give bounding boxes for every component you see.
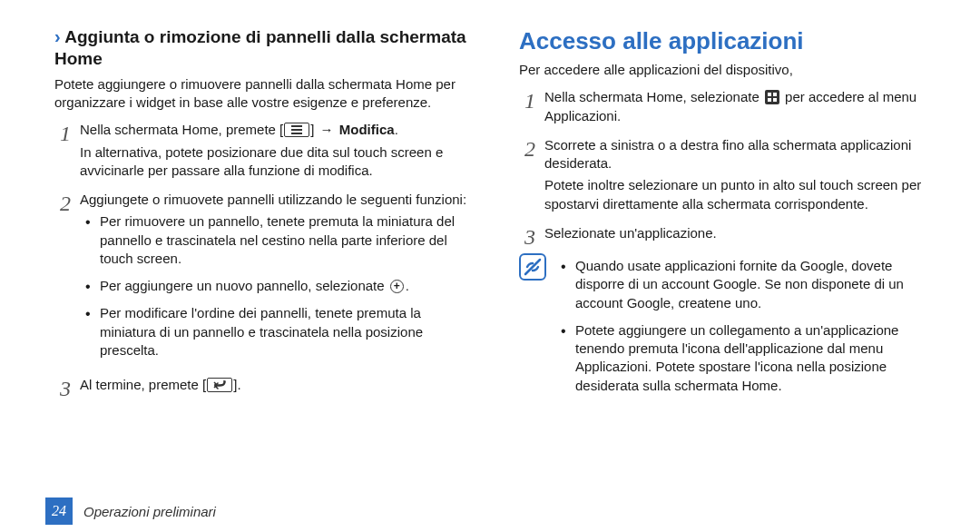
right-step2-text: Scorrete a sinistra o a destra fino alla… bbox=[544, 136, 936, 173]
page-footer: 24 Operazioni preliminari bbox=[0, 490, 980, 532]
text-fragment: ]. bbox=[233, 377, 240, 392]
step-body: Selezionate un'applicazione. bbox=[544, 224, 936, 246]
step-number: 2 bbox=[54, 192, 71, 214]
step-body: Aggiungete o rimuovete pannelli utilizza… bbox=[80, 191, 472, 369]
right-intro: Per accedere alle applicazioni del dispo… bbox=[519, 61, 936, 79]
left-heading: › Aggiunta o rimozione di pannelli dalla… bbox=[54, 25, 472, 70]
svg-rect-1 bbox=[291, 129, 302, 131]
chevron-icon: › bbox=[54, 26, 61, 46]
left-step-1: 1 Nella schermata Home, premete [] → Mod… bbox=[54, 121, 472, 183]
left-intro: Potete aggiungere o rimuovere pannelli d… bbox=[54, 75, 472, 113]
note-bullet-1: Quando usate applicazioni fornite da Goo… bbox=[561, 257, 936, 312]
note-icon bbox=[519, 253, 546, 281]
left-step-3: 3 Al termine, premete []. bbox=[54, 376, 472, 398]
right-step1-text: Nella schermata Home, selezionate per ac… bbox=[544, 88, 936, 125]
note-bullet-list: Quando usate applicazioni fornite da Goo… bbox=[555, 257, 936, 395]
svg-rect-0 bbox=[291, 125, 302, 127]
apps-grid-icon bbox=[765, 90, 779, 104]
text-fragment: Al termine, premete [ bbox=[80, 377, 206, 392]
back-key-icon bbox=[207, 378, 232, 392]
left-step1-extra: In alternativa, potete posizionare due d… bbox=[80, 143, 472, 181]
text-fragment: Nella schermata Home, premete [ bbox=[80, 122, 283, 137]
svg-rect-5 bbox=[768, 98, 771, 102]
right-title: Accesso alle applicazioni bbox=[519, 25, 936, 57]
step-body: Nella schermata Home, premete [] → Modif… bbox=[80, 121, 472, 183]
svg-rect-3 bbox=[768, 93, 771, 96]
page-columns: › Aggiunta o rimozione di pannelli dalla… bbox=[0, 0, 980, 490]
left-bullet-3: Per modificare l'ordine dei pannelli, te… bbox=[85, 304, 472, 360]
footer-section-title: Operazioni preliminari bbox=[83, 504, 216, 519]
step-body: Scorrete a sinistra o a destra fino alla… bbox=[544, 136, 936, 217]
menu-key-icon bbox=[284, 123, 309, 137]
note-bullet-2: Potete aggiungere un collegamento a un'a… bbox=[561, 321, 936, 395]
step-number: 3 bbox=[519, 226, 535, 248]
svg-rect-2 bbox=[291, 133, 302, 134]
text-fragment: . bbox=[406, 278, 409, 293]
text-fragment: ] bbox=[310, 122, 318, 137]
note-body: Quando usate applicazioni fornite da Goo… bbox=[555, 253, 936, 404]
left-step1-text: Nella schermata Home, premete [] → Modif… bbox=[80, 121, 472, 139]
left-step2-text: Aggiungete o rimuovete pannelli utilizza… bbox=[80, 191, 472, 209]
right-step-3: 3 Selezionate un'applicazione. bbox=[519, 224, 936, 246]
text-fragment: Per aggiungere un nuovo pannello, selezi… bbox=[100, 278, 388, 293]
svg-rect-4 bbox=[773, 93, 777, 96]
left-bullet-list: Per rimuovere un pannello, tenete premut… bbox=[80, 212, 472, 360]
left-heading-text: Aggiunta o rimozione di pannelli dalla s… bbox=[54, 27, 466, 68]
right-step-2: 2 Scorrete a sinistra o a destra fino al… bbox=[519, 136, 936, 217]
note-block: Quando usate applicazioni fornite da Goo… bbox=[519, 253, 936, 404]
text-fragment: . bbox=[395, 122, 398, 137]
text-fragment: Nella schermata Home, selezionate bbox=[544, 89, 763, 104]
left-column: › Aggiunta o rimozione di pannelli dalla… bbox=[54, 25, 472, 490]
left-step-list: 1 Nella schermata Home, premete [] → Mod… bbox=[54, 121, 472, 398]
page-number-badge: 24 bbox=[45, 498, 73, 525]
right-step-list: 1 Nella schermata Home, selezionate per … bbox=[519, 88, 936, 246]
modifica-label: Modifica bbox=[339, 122, 395, 137]
right-step2-extra: Potete inoltre selezionare un punto in a… bbox=[544, 176, 936, 213]
right-step3-text: Selezionate un'applicazione. bbox=[544, 224, 936, 242]
left-step3-text: Al termine, premete []. bbox=[80, 376, 472, 394]
step-number: 3 bbox=[54, 378, 71, 399]
step-number: 1 bbox=[54, 123, 71, 144]
left-step-2: 2 Aggiungete o rimuovete pannelli utiliz… bbox=[54, 191, 472, 369]
arrow-icon: → bbox=[320, 122, 334, 137]
right-step-1: 1 Nella schermata Home, selezionate per … bbox=[519, 88, 936, 129]
step-body: Nella schermata Home, selezionate per ac… bbox=[544, 88, 936, 129]
svg-rect-6 bbox=[773, 98, 777, 102]
left-bullet-1: Per rimuovere un pannello, tenete premut… bbox=[85, 212, 472, 268]
plus-icon: + bbox=[390, 280, 404, 293]
right-column: Accesso alle applicazioni Per accedere a… bbox=[519, 25, 936, 490]
step-body: Al termine, premete []. bbox=[80, 376, 472, 398]
step-number: 1 bbox=[519, 90, 535, 112]
step-number: 2 bbox=[519, 138, 535, 160]
left-bullet-2: Per aggiungere un nuovo pannello, selezi… bbox=[85, 277, 472, 295]
